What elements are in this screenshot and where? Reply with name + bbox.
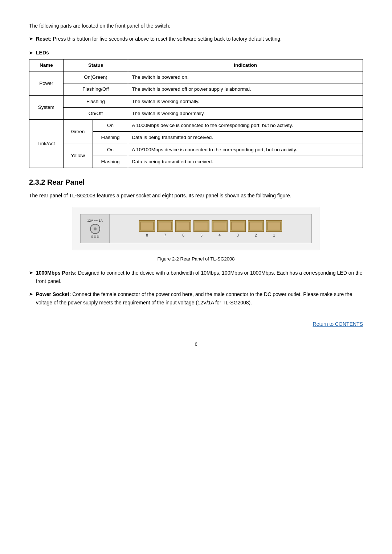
ground-symbols: ⊕⊕⊕ bbox=[91, 235, 99, 238]
leds-arrow: ➤ bbox=[29, 50, 33, 56]
linkact-green-flashing: Flashing bbox=[93, 132, 128, 144]
port-num-2: 2 bbox=[248, 233, 264, 237]
linkact-green-on-ind: A 1000Mbps device is connected to the co… bbox=[128, 120, 363, 132]
table-row: Yellow On A 10/100Mbps device is connect… bbox=[29, 144, 363, 156]
linkact-yellow-on: On bbox=[93, 144, 128, 156]
system-indication-2: The switch is working abnormally. bbox=[128, 107, 363, 119]
leds-label: LEDs bbox=[36, 50, 49, 56]
table-row: Power On(Green) The switch is powered on… bbox=[29, 71, 363, 83]
system-status-2: On/Off bbox=[63, 107, 128, 119]
ports-row bbox=[139, 220, 282, 232]
port-8 bbox=[139, 220, 155, 232]
table-row: System Flashing The switch is working no… bbox=[29, 95, 363, 107]
table-row: Link/Act Green On A 1000Mbps device is c… bbox=[29, 120, 363, 132]
power-socket-label: Power Socket: bbox=[36, 291, 71, 297]
linkact-yellow-flashing-ind: Data is being transmitted or received. bbox=[128, 156, 363, 168]
linkact-yellow-on-ind: A 10/100Mbps device is connected to the … bbox=[128, 144, 363, 156]
power-socket-text: Power Socket: Connect the female connect… bbox=[36, 290, 363, 307]
port-1 bbox=[266, 220, 282, 232]
table-header-indication: Indication bbox=[128, 59, 363, 71]
linkact-green-flashing-ind: Data is being transmitted or received. bbox=[128, 132, 363, 144]
power-socket-arrow: ➤ bbox=[29, 291, 33, 298]
power-status-2: Flashing/Off bbox=[63, 83, 128, 95]
section-heading: 2.3.2 Rear Panel bbox=[29, 178, 363, 186]
reset-desc: Press this button for five seconds or ab… bbox=[52, 36, 282, 42]
return-to-contents-link[interactable]: Return to CONTENTS bbox=[313, 321, 363, 327]
linkact-green-on: On bbox=[93, 120, 128, 132]
reset-arrow: ➤ bbox=[29, 35, 33, 43]
power-indication-1: The switch is powered on. bbox=[128, 71, 363, 83]
rear-panel-inner: 12V == 1A ⊕⊕⊕ 8 bbox=[80, 214, 312, 243]
port-num-4: 4 bbox=[212, 233, 228, 237]
table-header-status: Status bbox=[63, 59, 128, 71]
leds-heading: ➤ LEDs bbox=[29, 50, 363, 56]
port-num-7: 7 bbox=[157, 233, 173, 237]
port-5 bbox=[193, 220, 209, 232]
port-3 bbox=[230, 220, 246, 232]
power-status-1: On(Green) bbox=[63, 71, 128, 83]
table-header-name: Name bbox=[29, 59, 64, 71]
1000mbps-text: 1000Mbps Ports: Designed to connect to t… bbox=[36, 269, 363, 285]
port-4 bbox=[212, 220, 228, 232]
linkact-green: Green bbox=[63, 120, 93, 144]
intro-text: The following parts are located on the f… bbox=[29, 22, 363, 30]
1000mbps-bullet: ➤ 1000Mbps Ports: Designed to connect to… bbox=[29, 269, 363, 285]
1000mbps-arrow: ➤ bbox=[29, 269, 33, 277]
port-numbers-row: 8 7 6 5 4 3 2 1 bbox=[139, 233, 282, 237]
power-indication-2: The switch is powered off or power suppl… bbox=[128, 83, 363, 95]
page-number: 6 bbox=[29, 341, 363, 347]
power-socket-bullet: ➤ Power Socket: Connect the female conne… bbox=[29, 290, 363, 307]
led-table: Name Status Indication Power On(Green) T… bbox=[29, 59, 363, 168]
rear-panel-figure: 12V == 1A ⊕⊕⊕ 8 bbox=[73, 207, 319, 250]
power-section: 12V == 1A ⊕⊕⊕ bbox=[81, 214, 110, 243]
power-name: Power bbox=[29, 71, 64, 96]
1000mbps-label: 1000Mbps Ports: bbox=[36, 270, 77, 276]
linkact-name: Link/Act bbox=[29, 120, 64, 168]
return-link-container: Return to CONTENTS bbox=[29, 321, 363, 327]
power-socket bbox=[90, 224, 100, 234]
port-6 bbox=[175, 220, 191, 232]
system-name: System bbox=[29, 95, 64, 120]
port-num-6: 6 bbox=[175, 233, 191, 237]
linkact-yellow-flashing: Flashing bbox=[93, 156, 128, 168]
reset-text: Reset: Press this button for five second… bbox=[36, 35, 282, 43]
system-indication-1: The switch is working normally. bbox=[128, 95, 363, 107]
reset-bullet: ➤ Reset: Press this button for five seco… bbox=[29, 35, 363, 43]
port-num-8: 8 bbox=[139, 233, 155, 237]
port-2 bbox=[248, 220, 264, 232]
port-num-5: 5 bbox=[193, 233, 209, 237]
power-label: 12V == 1A bbox=[87, 219, 103, 222]
power-socket-inner bbox=[94, 227, 97, 230]
system-status-1: Flashing bbox=[63, 95, 128, 107]
1000mbps-desc: Designed to connect to the device with a… bbox=[36, 270, 363, 284]
table-row: On/Off The switch is working abnormally. bbox=[29, 107, 363, 119]
linkact-yellow: Yellow bbox=[63, 144, 93, 168]
rear-panel-desc: The rear panel of TL-SG2008 features a p… bbox=[29, 192, 363, 200]
port-num-1: 1 bbox=[266, 233, 282, 237]
port-num-3: 3 bbox=[230, 233, 246, 237]
reset-label: Reset: bbox=[36, 36, 52, 42]
port-7 bbox=[157, 220, 173, 232]
figure-caption: Figure 2-2 Rear Panel of TL-SG2008 bbox=[29, 256, 363, 262]
table-row: Flashing/Off The switch is powered off o… bbox=[29, 83, 363, 95]
power-socket-desc: Connect the female connector of the powe… bbox=[36, 291, 352, 305]
ports-section: 8 7 6 5 4 3 2 1 bbox=[110, 214, 311, 243]
